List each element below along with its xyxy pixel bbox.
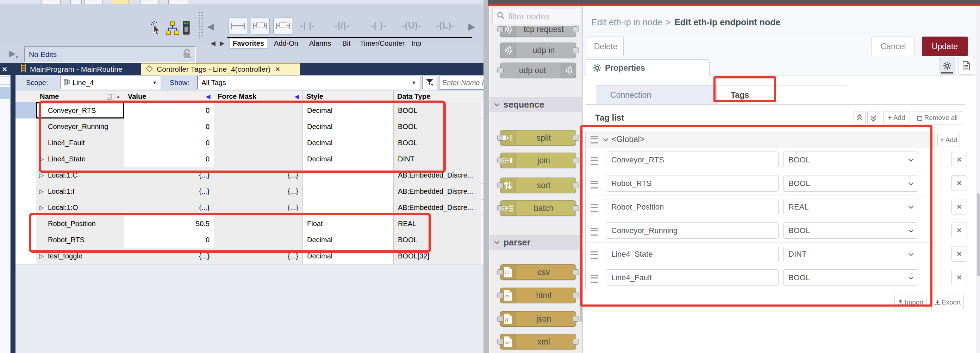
cell-style[interactable]: Decimal (303, 232, 394, 248)
palette-node-json[interactable]: {} json (500, 311, 576, 327)
cell-value[interactable]: 0 (124, 135, 214, 151)
cell-style[interactable] (303, 167, 394, 183)
instruction-xic-icon[interactable]: -| |- (300, 21, 315, 31)
tag-row[interactable]: DINT (585, 242, 935, 266)
tag-name-input[interactable] (606, 199, 779, 215)
instruction-tab-bit[interactable]: Bit (342, 40, 350, 47)
toolbar-button-partial[interactable] (140, 0, 159, 4)
rung-branch-button[interactable] (251, 17, 270, 35)
drag-handle-icon[interactable] (590, 275, 598, 283)
palette-node-csv[interactable]: 1,2 csv (500, 264, 576, 280)
toolbar-button-partial[interactable] (168, 0, 188, 4)
expand-arrow-icon[interactable]: ▷ (39, 188, 44, 195)
cell-force[interactable] (214, 151, 303, 167)
tab-connection[interactable]: Connection (596, 85, 716, 105)
close-pane-icon[interactable]: × (2, 64, 7, 74)
chevron-down-icon[interactable] (603, 136, 608, 141)
palette-category-parser[interactable]: parser (490, 235, 583, 250)
tab-tags[interactable]: Tags (716, 85, 847, 105)
cell-force[interactable] (214, 232, 303, 248)
row-header-cell[interactable] (16, 183, 36, 199)
lock-icon[interactable] (182, 49, 192, 60)
cell-type[interactable]: BOOL (394, 135, 481, 151)
network-tree-icon[interactable] (165, 21, 180, 35)
tag-group-header[interactable]: <Global> (585, 131, 935, 148)
cell-name[interactable]: ▷Local:1:I (36, 183, 124, 199)
header-data-type[interactable]: Data Type (394, 91, 481, 102)
name-filter-input[interactable] (439, 76, 490, 90)
cell-type[interactable]: AB:Embedded_Discre... (394, 199, 481, 215)
table-row[interactable]: ▷Local:1:O {...} {...} AB:Embedded_Discr… (16, 199, 490, 216)
instruction-otu-icon[interactable]: -(U)- (401, 21, 421, 31)
palette-node-udp-out[interactable]: udp out (500, 63, 576, 78)
table-row[interactable]: Line4_Fault 0 Decimal BOOL (16, 135, 490, 151)
table-row[interactable]: Robot_Position 50.5 Float REAL (16, 215, 490, 232)
palette-node-batch[interactable]: batch (500, 200, 576, 216)
instruction-tab-input-cut[interactable]: Inp (411, 40, 421, 47)
cell-name[interactable]: ▷Local:1:O (36, 199, 124, 215)
tag-type-select[interactable]: BOOL (783, 175, 918, 192)
tag-name-input[interactable] (606, 222, 779, 239)
toolbar-button-active-partial[interactable] (112, 0, 129, 4)
export-button[interactable]: Export (931, 294, 964, 310)
scope-dropdown[interactable]: Line_4 ▼ (60, 76, 161, 90)
cell-name[interactable]: ▷Local:1:C (36, 167, 124, 183)
delete-tag-button[interactable]: × (951, 223, 967, 238)
cell-force[interactable] (214, 135, 303, 151)
cell-value[interactable]: 0 (124, 232, 214, 248)
instruction-xio-icon[interactable]: -|/|- (334, 21, 350, 31)
table-row[interactable]: ▷Local:1:C {...} {...} AB:Embedded_Discr… (16, 167, 490, 184)
cell-force[interactable]: {...} (214, 199, 303, 215)
row-header-cell[interactable] (16, 119, 36, 135)
header-style[interactable]: Style (303, 91, 394, 102)
tag-row[interactable]: BOOL (585, 219, 935, 242)
cell-value[interactable]: 0 (124, 151, 214, 167)
tag-name-input[interactable] (606, 269, 779, 286)
row-header-cell[interactable] (16, 102, 36, 119)
delete-tag-button[interactable]: × (951, 176, 967, 191)
row-header-cell[interactable] (16, 167, 36, 183)
show-dropdown[interactable]: All Tags ▼ (197, 76, 420, 90)
drag-handle-icon[interactable] (590, 204, 598, 212)
drag-handle-icon[interactable] (590, 228, 598, 236)
palette-node-xml[interactable]: <> xml (500, 334, 576, 350)
cell-style[interactable]: Decimal (303, 119, 394, 135)
instruction-otl-icon[interactable]: -(L)- (436, 21, 455, 31)
cell-type[interactable]: BOOL (394, 102, 481, 119)
remove-all-button[interactable]: Remove all (913, 111, 962, 125)
cell-name[interactable]: ▷Line4_State (36, 151, 124, 167)
tabs-scroll-left-icon[interactable]: ◀ (211, 40, 215, 47)
cell-force[interactable] (214, 102, 303, 119)
table-row[interactable]: Conveyor_Running 0 Decimal BOOL (16, 119, 490, 135)
row-header-cell[interactable] (16, 248, 36, 264)
cell-name[interactable]: Robot_RTS (36, 232, 124, 248)
cancel-button[interactable]: Cancel (872, 36, 915, 56)
drag-handle-icon[interactable] (590, 136, 598, 144)
cell-value[interactable]: 50.5 (124, 215, 214, 232)
tabs-scroll-right-icon[interactable]: ▶ (220, 40, 225, 47)
palette-category-sequence[interactable]: sequence (490, 97, 583, 112)
cell-type[interactable]: DINT (394, 151, 481, 167)
instruction-tab-timercounter[interactable]: Timer/Counter (360, 40, 405, 47)
palette-search-box[interactable]: filter nodes (492, 9, 580, 24)
row-header-cell[interactable] (16, 232, 36, 248)
cell-type[interactable]: REAL (394, 215, 481, 232)
dock-selected-item[interactable] (0, 87, 11, 98)
row-header-cell[interactable] (16, 151, 36, 167)
cell-force[interactable] (214, 215, 303, 232)
cell-style[interactable]: Decimal (303, 135, 394, 151)
tag-type-select[interactable]: REAL (783, 199, 918, 215)
delete-tag-button[interactable]: × (951, 270, 967, 285)
cell-style[interactable]: Float (303, 215, 394, 232)
palette-node-join[interactable]: join (500, 153, 576, 168)
delete-tag-button[interactable]: × (951, 152, 967, 167)
cell-style[interactable]: Decimal (303, 248, 394, 264)
cell-style[interactable]: Decimal (303, 102, 394, 119)
toolbar-button-partial[interactable] (70, 0, 82, 4)
cell-value[interactable]: {...} (124, 199, 214, 215)
group-add-tag-button[interactable]: +Add (937, 133, 960, 147)
filter-funnel-button[interactable] (422, 76, 438, 90)
palette-node-split[interactable]: split (500, 130, 576, 146)
palette-node-html[interactable]: <> html (500, 288, 576, 303)
cell-value[interactable]: 0 (124, 102, 214, 119)
